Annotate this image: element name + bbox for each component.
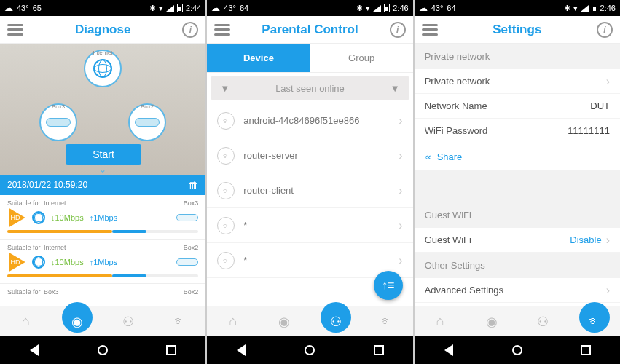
row-guest-wifi[interactable]: Guest WiFi Disable › xyxy=(415,228,620,253)
device-name: * xyxy=(243,220,247,231)
nav-wifi[interactable]: ᯤ xyxy=(568,306,620,336)
row-wifi-password[interactable]: WiFi Password 11111111 xyxy=(415,119,620,143)
page-title: Diagnose xyxy=(23,23,182,37)
status-time: 2:46 xyxy=(393,4,408,12)
share-icon: ∝ xyxy=(425,151,431,162)
router-icon xyxy=(176,258,198,266)
home-button[interactable] xyxy=(302,343,317,357)
down-speed: ↓10Mbps xyxy=(51,258,84,266)
weather-icon: ☁ xyxy=(4,3,13,13)
device-row[interactable]: ᯤ android-44c84696f51ee866 › xyxy=(207,103,412,138)
guest-wifi-value: Disable xyxy=(570,234,601,245)
nav-home[interactable]: ⌂ xyxy=(415,306,466,336)
tabs: Device Group xyxy=(207,44,412,73)
wifi-icon: ▾ xyxy=(573,4,578,13)
tab-device[interactable]: Device xyxy=(207,44,310,73)
sort-fab[interactable]: ↑≡ xyxy=(374,271,403,300)
row-private-network[interactable]: Private network › xyxy=(415,69,620,94)
app-header: Settings i xyxy=(415,16,620,44)
spacer xyxy=(415,170,620,202)
nav-diagnose[interactable]: ◉ xyxy=(259,306,310,336)
nav-wifi[interactable]: ᯤ xyxy=(361,306,413,336)
chevron-right-icon: › xyxy=(399,114,402,127)
up-speed: ↑1Mbps xyxy=(90,213,118,222)
panel-parental: ☁ 43° 64 ✱ ▾ 2:46 Parental Control i Dev… xyxy=(207,0,412,364)
row-share[interactable]: ∝ Share xyxy=(415,143,620,170)
nav-wifi[interactable]: ᯤ xyxy=(154,306,206,336)
speed-bar xyxy=(7,230,198,233)
device-row[interactable]: ᯤ router-client › xyxy=(207,173,412,208)
recent-button[interactable] xyxy=(578,343,593,357)
device-icon: ᯤ xyxy=(217,252,235,269)
bottom-nav: ⌂ ◉ ⚇ ᯤ xyxy=(0,306,205,336)
device-icon: ᯤ xyxy=(217,182,235,199)
globe-icon xyxy=(93,59,112,78)
weather-icon: ☁ xyxy=(211,3,220,13)
recent-button[interactable] xyxy=(372,343,386,357)
status-temp: 43° xyxy=(431,4,444,12)
tab-group[interactable]: Group xyxy=(310,44,413,73)
battery-icon xyxy=(592,4,597,12)
bottom-nav: ⌂ ◉ ⚇ ᯤ xyxy=(207,306,412,336)
status-bar: ☁ 43° 64 ✱ ▾ 2:46 xyxy=(207,0,412,16)
nav-diagnose[interactable]: ◉ xyxy=(52,306,103,336)
row-advanced[interactable]: Advanced Settings › xyxy=(415,278,620,303)
status-temp: 43° xyxy=(17,4,29,12)
menu-icon[interactable] xyxy=(7,24,23,36)
battery-icon xyxy=(384,4,390,12)
nav-parental[interactable]: ⚇ xyxy=(517,306,569,336)
menu-icon[interactable] xyxy=(214,24,230,36)
hd-icon: HD xyxy=(7,253,26,272)
trash-icon[interactable]: 🗑 xyxy=(188,179,198,191)
speed-bar xyxy=(7,274,198,277)
device-row[interactable]: ᯤ router-server › xyxy=(207,138,412,173)
start-button[interactable]: Start xyxy=(66,144,141,165)
device-row[interactable]: ᯤ * › xyxy=(207,208,412,243)
status-time: 2:44 xyxy=(186,4,201,12)
nav-parental[interactable]: ⚇ xyxy=(310,306,361,336)
android-softkeys xyxy=(207,336,412,364)
section-private: Private network xyxy=(415,44,620,69)
filter-dropdown[interactable]: ▼ Last seen online ▼ xyxy=(211,76,408,100)
up-speed: ↑1Mbps xyxy=(90,258,118,266)
nav-home[interactable]: ⌂ xyxy=(0,306,52,336)
info-icon[interactable]: i xyxy=(390,22,406,38)
signal-icon xyxy=(166,5,174,12)
nav-parental[interactable]: ⚇ xyxy=(103,306,154,336)
status-time: 2:46 xyxy=(600,4,616,12)
home-button[interactable] xyxy=(95,343,110,357)
info-icon[interactable]: i xyxy=(182,22,198,38)
nav-diagnose[interactable]: ◉ xyxy=(466,306,517,336)
node-box2[interactable]: Box2 xyxy=(128,103,166,141)
chevron-right-icon: › xyxy=(399,219,402,232)
back-button[interactable] xyxy=(442,343,456,357)
nav-home[interactable]: ⌂ xyxy=(207,306,259,336)
result-card: Suitable for Internet Box3 HD ↓10Mbps ↑1… xyxy=(0,195,205,240)
device-name: router-client xyxy=(243,185,294,196)
status-bar: ☁ 43° 64 ✱ ▾ 2:46 xyxy=(415,0,620,16)
back-button[interactable] xyxy=(27,343,42,357)
chevron-right-icon: › xyxy=(399,184,402,197)
section-guest: Guest WiFi xyxy=(415,202,620,228)
status-extra: 64 xyxy=(240,4,248,12)
router-icon xyxy=(176,214,198,221)
menu-icon[interactable] xyxy=(422,24,438,36)
row-network-name[interactable]: Network Name DUT xyxy=(415,94,620,119)
home-button[interactable] xyxy=(510,343,525,357)
weather-icon: ☁ xyxy=(419,3,428,13)
back-button[interactable] xyxy=(234,343,248,357)
app-header: Diagnose i xyxy=(0,16,205,44)
node-internet[interactable]: Internet xyxy=(84,50,122,87)
device-icon: ᯤ xyxy=(217,217,235,234)
chevron-right-icon: › xyxy=(606,234,610,247)
section-other: Other Settings xyxy=(415,253,620,278)
chevron-down-icon[interactable]: ⌄ xyxy=(99,165,106,175)
page-title: Settings xyxy=(438,23,597,37)
node-box3[interactable]: Box3 xyxy=(39,103,77,141)
recent-button[interactable] xyxy=(164,343,178,357)
router-icon xyxy=(46,118,71,127)
result-card: Suitable for Internet Box2 HD ↓10Mbps ↑1… xyxy=(0,240,205,284)
info-icon[interactable]: i xyxy=(597,22,613,38)
device-name: router-server xyxy=(243,150,297,161)
status-extra: 64 xyxy=(447,4,455,12)
